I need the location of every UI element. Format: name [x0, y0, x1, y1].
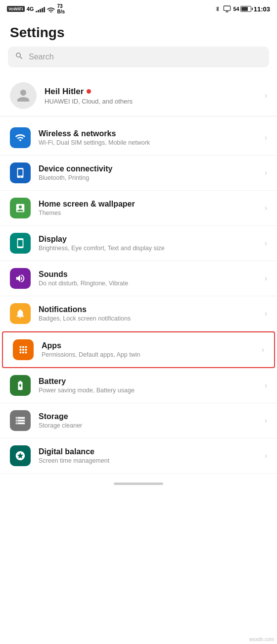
profile-chevron: ›	[265, 91, 267, 100]
battery-title: Battery	[39, 377, 257, 386]
storage-title: Storage	[39, 412, 257, 421]
status-right: 54 11:03	[215, 5, 271, 13]
screen-mirror-icon	[223, 5, 231, 13]
signal-indicator: 4G	[27, 6, 34, 12]
battery-indicator: 54	[233, 6, 251, 12]
settings-item-display[interactable]: Display Brightness, Eye comfort, Text an…	[0, 226, 277, 261]
status-bar: VoWiFi 4G 73B/s 54 11:03	[0, 0, 277, 17]
settings-item-storage[interactable]: Storage Storage cleaner ›	[0, 403, 277, 438]
home-indicator	[0, 478, 277, 493]
battery-chevron: ›	[265, 381, 267, 390]
battery-subtitle: Power saving mode, Battery usage	[39, 387, 257, 394]
battery-percent: 54	[233, 6, 239, 12]
homescreen-subtitle: Themes	[39, 210, 257, 216]
battery-text: Battery Power saving mode, Battery usage	[39, 377, 257, 394]
notifications-chevron: ›	[265, 309, 267, 318]
page-title: Settings	[0, 17, 277, 47]
search-placeholder: Search	[29, 53, 54, 61]
storage-chevron: ›	[265, 416, 267, 425]
settings-item-apps[interactable]: Apps Permissions, Default apps, App twin…	[2, 331, 275, 368]
search-icon	[15, 52, 24, 62]
sounds-icon	[10, 268, 31, 289]
settings-item-sounds[interactable]: Sounds Do not disturb, Ringtone, Vibrate…	[0, 261, 277, 296]
avatar	[10, 82, 37, 109]
display-chevron: ›	[265, 239, 267, 248]
battery-icon	[10, 375, 31, 396]
search-bar[interactable]: Search	[8, 47, 269, 67]
settings-item-homescreen[interactable]: Home screen & wallpaper Themes ›	[0, 191, 277, 226]
connectivity-icon	[10, 162, 31, 183]
notifications-subtitle: Badges, Lock screen notifications	[39, 315, 257, 322]
notifications-text: Notifications Badges, Lock screen notifi…	[39, 305, 257, 322]
display-text: Display Brightness, Eye comfort, Text an…	[39, 235, 257, 252]
digitalbalance-chevron: ›	[265, 451, 267, 460]
home-bar	[114, 483, 163, 485]
signal-bars	[36, 6, 45, 12]
wireless-chevron: ›	[265, 133, 267, 142]
connectivity-subtitle: Bluetooth, Printing	[39, 174, 257, 181]
time-display: 11:03	[254, 5, 270, 13]
connectivity-text: Device connectivity Bluetooth, Printing	[39, 164, 257, 181]
apps-subtitle: Permissions, Default apps, App twin	[42, 351, 254, 358]
storage-icon	[10, 410, 31, 431]
sounds-title: Sounds	[39, 270, 257, 279]
wireless-icon	[10, 127, 31, 148]
sounds-subtitle: Do not disturb, Ringtone, Vibrate	[39, 280, 257, 287]
settings-item-battery[interactable]: Battery Power saving mode, Battery usage…	[0, 368, 277, 403]
digitalbalance-title: Digital balance	[39, 447, 257, 456]
profile-section[interactable]: Heil Hitler HUAWEI ID, Cloud, and others…	[0, 75, 277, 116]
online-dot	[87, 89, 91, 94]
digitalbalance-icon	[10, 445, 31, 466]
apps-icon	[13, 339, 34, 360]
apps-chevron: ›	[262, 345, 264, 354]
homescreen-text: Home screen & wallpaper Themes	[39, 200, 257, 216]
sounds-chevron: ›	[265, 274, 267, 283]
settings-item-digitalbalance[interactable]: Digital balance Screen time management ›	[0, 438, 277, 474]
watermark: wsxdn.com	[249, 637, 274, 642]
profile-name-row: Heil Hitler	[45, 87, 257, 97]
profile-subtitle: HUAWEI ID, Cloud, and others	[45, 98, 257, 105]
homescreen-chevron: ›	[265, 204, 267, 213]
notifications-title: Notifications	[39, 305, 257, 314]
display-subtitle: Brightness, Eye comfort, Text and displa…	[39, 245, 257, 252]
svg-rect-0	[224, 6, 230, 10]
connectivity-title: Device connectivity	[39, 164, 257, 173]
sounds-text: Sounds Do not disturb, Ringtone, Vibrate	[39, 270, 257, 287]
display-icon	[10, 233, 31, 254]
homescreen-icon	[10, 198, 31, 218]
speed-indicator: 73B/s	[57, 3, 65, 14]
digitalbalance-text: Digital balance Screen time management	[39, 447, 257, 464]
status-left: VoWiFi 4G 73B/s	[7, 3, 65, 14]
wireless-title: Wireless & networks	[39, 129, 257, 138]
vowifi-indicator: VoWiFi	[7, 6, 25, 12]
settings-item-connectivity[interactable]: Device connectivity Bluetooth, Printing …	[0, 156, 277, 191]
connectivity-chevron: ›	[265, 168, 267, 177]
apps-title: Apps	[42, 341, 254, 350]
wireless-subtitle: Wi-Fi, Dual SIM settings, Mobile network	[39, 139, 257, 146]
storage-text: Storage Storage cleaner	[39, 412, 257, 429]
profile-info: Heil Hitler HUAWEI ID, Cloud, and others	[45, 87, 257, 105]
wifi-icon	[47, 6, 55, 12]
profile-name: Heil Hitler	[45, 87, 84, 97]
homescreen-title: Home screen & wallpaper	[39, 200, 257, 209]
display-title: Display	[39, 235, 257, 244]
bluetooth-icon	[215, 5, 221, 13]
settings-item-notifications[interactable]: Notifications Badges, Lock screen notifi…	[0, 296, 277, 331]
digitalbalance-subtitle: Screen time management	[39, 457, 257, 464]
apps-text: Apps Permissions, Default apps, App twin	[42, 341, 254, 358]
settings-item-wireless[interactable]: Wireless & networks Wi-Fi, Dual SIM sett…	[0, 120, 277, 156]
wireless-text: Wireless & networks Wi-Fi, Dual SIM sett…	[39, 129, 257, 146]
notifications-icon	[10, 303, 31, 324]
storage-subtitle: Storage cleaner	[39, 422, 257, 429]
settings-list: Wireless & networks Wi-Fi, Dual SIM sett…	[0, 120, 277, 474]
